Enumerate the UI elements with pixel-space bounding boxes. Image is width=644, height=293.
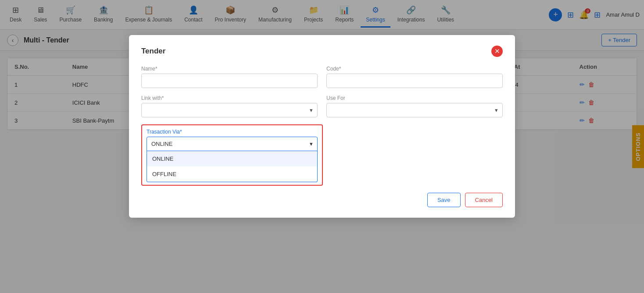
modal-row-1: Name* Code*: [141, 66, 503, 88]
use-for-select[interactable]: ▾: [326, 103, 503, 117]
use-for-chevron: ▾: [495, 107, 498, 113]
modal-close-button[interactable]: ✕: [491, 46, 503, 57]
modal-overlay: Tender ✕ Name* Code* Link with* ▾: [0, 0, 644, 137]
modal-row-2: Link with* ▾ Use For ▾: [141, 95, 503, 117]
transaction-via-select[interactable]: ONLINE ▾: [147, 137, 318, 137]
name-input[interactable]: [141, 74, 318, 88]
modal-header: Tender ✕: [141, 46, 503, 57]
transaction-via-wrapper: Trasaction Via* ONLINE ▾ ONLINE OFFLINE: [141, 124, 323, 137]
modal-title: Tender: [141, 47, 165, 56]
code-label: Code*: [326, 66, 503, 72]
use-for-label: Use For: [326, 95, 503, 101]
transaction-via-label: Trasaction Via*: [147, 129, 318, 135]
name-field: Name*: [141, 66, 318, 88]
link-with-chevron: ▾: [310, 107, 313, 113]
name-label: Name*: [141, 66, 318, 72]
modal-row-3-spacer: [332, 124, 503, 137]
link-with-field: Link with* ▾: [141, 95, 318, 117]
tender-modal: Tender ✕ Name* Code* Link with* ▾: [129, 35, 515, 137]
link-with-label: Link with*: [141, 95, 318, 101]
use-for-field: Use For ▾: [326, 95, 503, 117]
modal-row-3: Trasaction Via* ONLINE ▾ ONLINE OFFLINE: [141, 124, 503, 137]
link-with-select[interactable]: ▾: [141, 103, 318, 117]
code-input[interactable]: [326, 74, 503, 88]
code-field: Code*: [326, 66, 503, 88]
